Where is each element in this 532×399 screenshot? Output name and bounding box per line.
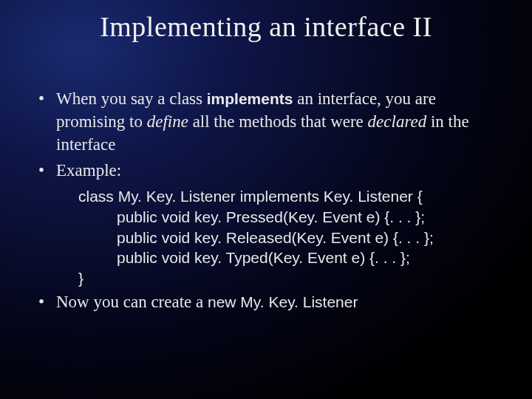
keyword-implements-code: implements	[240, 188, 319, 205]
text: class My. Key. Listener	[78, 188, 240, 205]
code-line-4: public void key. Typed(Key. Event e) {. …	[78, 248, 497, 268]
text: Example:	[56, 161, 121, 180]
slide-title: Implementing an interface II	[0, 0, 532, 43]
text: When you say a class	[56, 89, 207, 108]
keyword-define: define	[147, 112, 188, 131]
keyword-implements: implements	[207, 90, 293, 107]
code-block: class My. Key. Listener implements Key. …	[35, 186, 497, 289]
code-line-3: public void key. Released(Key. Event e) …	[78, 228, 497, 248]
bullet-item-1: When you say a class implements an inter…	[35, 87, 497, 156]
code-line-1: class My. Key. Listener implements Key. …	[78, 186, 497, 207]
bullet-list-2: Now you can create a new My. Key. Listen…	[35, 290, 497, 313]
text: Now you can create a	[56, 293, 208, 311]
bullet-list: When you say a class implements an inter…	[35, 87, 497, 182]
keyword-new: new My. Key. Listener	[208, 293, 358, 310]
bullet-item-3: Now you can create a new My. Key. Listen…	[35, 290, 497, 313]
text: Key. Listener {	[319, 188, 423, 205]
code-line-5: }	[78, 268, 497, 289]
code-line-2: public void key. Pressed(Key. Event e) {…	[78, 207, 497, 228]
text: all the methods that were	[188, 112, 368, 131]
slide: Implementing an interface II When you sa…	[0, 0, 532, 399]
keyword-declared: declared	[368, 112, 427, 131]
slide-body: When you say a class implements an inter…	[0, 43, 532, 313]
bullet-item-2: Example:	[35, 159, 497, 182]
